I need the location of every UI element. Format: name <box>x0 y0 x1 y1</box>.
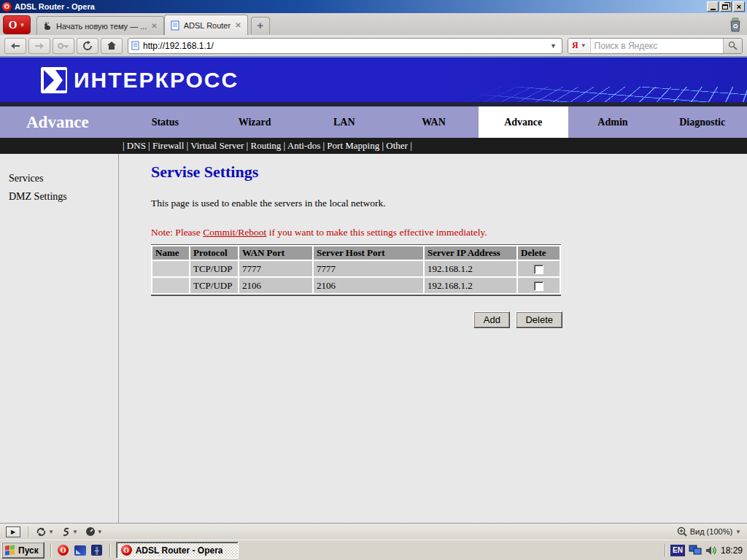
network-icon[interactable] <box>689 545 702 556</box>
sidebar: Services DMZ Settings <box>0 154 119 523</box>
app-icon: ╫ <box>91 545 102 556</box>
restore-button[interactable] <box>720 1 732 12</box>
cell-wan-port: 7777 <box>239 261 312 276</box>
panels-toggle-button[interactable]: ▶ <box>6 526 20 537</box>
search-input[interactable] <box>591 41 723 51</box>
tab-close-icon[interactable]: ✕ <box>235 21 241 29</box>
quick-launch-opera[interactable]: O <box>57 544 70 557</box>
cell-delete <box>518 261 560 276</box>
language-indicator[interactable]: EN <box>670 545 685 556</box>
intercross-logo: ИНТЕРКРОСС <box>41 67 239 93</box>
search-go-button[interactable] <box>723 39 742 53</box>
opera-link-sync-button[interactable]: ▼ <box>36 527 54 537</box>
url-input[interactable] <box>143 41 544 51</box>
restore-icon <box>722 4 728 9</box>
wand-button[interactable] <box>53 38 74 54</box>
search-icon <box>728 41 738 50</box>
forum-favicon-icon <box>43 22 52 31</box>
sidebar-item-services[interactable]: Services <box>9 173 118 184</box>
cell-protocol: TCP/UDP <box>190 261 238 276</box>
windows-taskbar: Пуск O ╫ O ADSL Router - Opera EN 18:29 <box>0 540 747 560</box>
home-button[interactable] <box>101 38 123 54</box>
tab-adsl-router[interactable]: ADSL Router ✕ <box>164 15 248 35</box>
plus-icon: + <box>257 19 263 31</box>
home-icon <box>107 41 117 50</box>
address-bar[interactable]: ▼ <box>128 38 562 54</box>
forward-button[interactable] <box>28 38 50 54</box>
back-arrow-icon <box>10 42 20 50</box>
add-button[interactable]: Add <box>473 311 510 328</box>
cell-name <box>152 261 189 276</box>
sidebar-item-dmz-settings[interactable]: DMZ Settings <box>9 191 118 203</box>
nav-item-wizard[interactable]: Wizard <box>210 106 300 138</box>
nav-item-advance[interactable]: Advance <box>479 106 568 138</box>
trash-icon: ♻ <box>729 18 742 32</box>
reload-button[interactable] <box>77 38 98 54</box>
closed-tabs-trash-button[interactable]: ♻ <box>727 16 744 34</box>
start-label: Пуск <box>18 545 39 556</box>
cell-protocol: TCP/UDP <box>190 278 238 293</box>
sub-navigation[interactable]: | DNS | Firewall | Virtual Server | Rout… <box>0 138 747 154</box>
col-header-wan-port: WAN Port <box>239 246 312 260</box>
play-icon: ▶ <box>11 529 15 535</box>
opera-turbo-button[interactable]: ▼ <box>85 526 103 537</box>
tab-label: ADSL Router <box>184 21 231 30</box>
opera-icon: O <box>2 2 12 12</box>
back-button[interactable] <box>4 38 26 54</box>
chevron-down-icon: ▼ <box>19 22 25 28</box>
separator <box>28 526 28 537</box>
chevron-down-icon: ▼ <box>48 529 54 535</box>
taskbar-task-opera[interactable]: O ADSL Router - Opera <box>116 542 239 559</box>
new-tab-button[interactable]: + <box>251 17 270 34</box>
browser-status-bar: ▶ ▼ ▼ ▼ Вид (100%) ▼ <box>0 523 747 540</box>
nav-item-diagnostic[interactable]: Diagnostic <box>657 106 747 138</box>
delete-checkbox[interactable] <box>534 265 543 274</box>
opera-icon: O <box>58 545 69 556</box>
forward-arrow-icon <box>34 42 44 50</box>
zoom-control[interactable]: Вид (100%) ▼ <box>677 526 741 537</box>
delete-checkbox[interactable] <box>534 281 543 291</box>
table-row: TCP/UDP 7777 7777 192.168.1.2 <box>152 261 560 276</box>
tab-label: Начать новую тему — ... <box>56 22 147 31</box>
close-button[interactable]: × <box>733 1 745 12</box>
subnav-links[interactable]: | DNS | Firewall | Virtual Server | Rout… <box>123 140 412 152</box>
opera-unite-button[interactable]: ▼ <box>61 527 78 537</box>
opera-icon: O <box>121 545 132 556</box>
commit-reboot-link[interactable]: Commit/Reboot <box>203 227 266 238</box>
cell-ip: 192.168.1.2 <box>425 261 516 276</box>
cell-delete <box>518 278 560 293</box>
nav-item-lan[interactable]: LAN <box>299 106 389 138</box>
window-title: ADSL Router - Opera <box>15 2 705 11</box>
section-title: Advance <box>0 106 120 138</box>
logo-text: ИНТЕРКРОСС <box>74 68 239 93</box>
volume-icon[interactable] <box>705 545 717 556</box>
tray-clock[interactable]: 18:29 <box>721 545 743 556</box>
nav-item-status[interactable]: Status <box>120 106 210 138</box>
chevron-down-icon: ▼ <box>735 529 741 535</box>
window-titlebar: O ADSL Router - Opera × <box>0 0 747 13</box>
quick-launch-app-3[interactable]: ╫ <box>90 544 104 557</box>
close-icon: × <box>737 3 741 10</box>
nav-item-wan[interactable]: WAN <box>389 106 479 138</box>
minimize-button[interactable] <box>707 1 719 12</box>
url-dropdown-icon[interactable]: ▼ <box>548 42 559 50</box>
chevron-down-icon: ▼ <box>581 42 587 49</box>
reload-icon <box>82 41 93 51</box>
search-engine-selector[interactable]: Я ▼ <box>568 39 591 53</box>
quick-launch-app-2[interactable] <box>74 544 87 557</box>
col-header-name: Name <box>152 246 189 260</box>
table-header-row: Name Protocol WAN Port Server Host Port … <box>152 246 560 260</box>
reboot-note: Note: Please Commit/Reboot if you want t… <box>151 227 747 238</box>
cell-ip: 192.168.1.2 <box>425 278 516 293</box>
servers-table: Name Protocol WAN Port Server Host Port … <box>151 244 561 296</box>
opera-menu-button[interactable]: O ▼ <box>3 15 31 34</box>
tab-forum[interactable]: Начать новую тему — ... ✕ <box>36 16 164 35</box>
minimize-icon <box>711 9 716 10</box>
delete-button[interactable]: Delete <box>516 311 562 328</box>
note-text: if you want to make this settings effect… <box>266 227 487 238</box>
start-button[interactable]: Пуск <box>1 542 44 559</box>
nav-item-admin[interactable]: Admin <box>568 106 658 138</box>
page-body: Services DMZ Settings Servise Settings T… <box>0 154 747 523</box>
tab-close-icon[interactable]: ✕ <box>151 22 157 30</box>
note-text: Note: Please <box>151 227 203 238</box>
